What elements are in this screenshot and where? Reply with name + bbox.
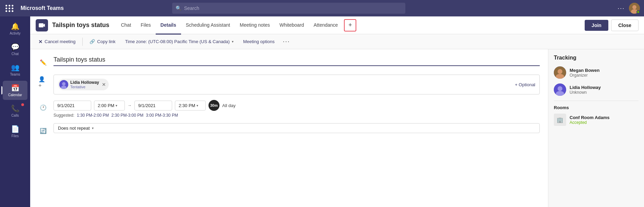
- add-optional-button[interactable]: + Optional: [515, 82, 535, 87]
- arrow-right-icon: →: [128, 103, 132, 108]
- attendee-tracking-avatar: [554, 83, 566, 96]
- tab-scheduling-assistant[interactable]: Scheduling Assistant: [181, 17, 235, 35]
- end-time-select[interactable]: 2:30 PM ▾: [175, 101, 206, 111]
- sidebar-item-calls[interactable]: 📞 Calls: [3, 101, 27, 120]
- cancel-meeting-button[interactable]: ✕ Cancel meeting: [36, 38, 78, 46]
- close-button[interactable]: Close: [611, 20, 639, 31]
- top-bar: Microsoft Teams 🔍 ···: [0, 0, 644, 16]
- link-icon: 🔗: [90, 39, 95, 44]
- calls-badge: [21, 103, 24, 106]
- start-date-value: 9/1/2021: [57, 103, 75, 108]
- organizer-name: Megan Bowen: [570, 68, 599, 73]
- timezone-label: Time zone: (UTC-08:00) Pacific Time (US …: [125, 39, 230, 44]
- sidebar-label-chat: Chat: [11, 52, 19, 56]
- calendar-icon: 📅: [11, 84, 20, 92]
- end-date-input[interactable]: 9/1/2021: [134, 101, 172, 111]
- app-grid-icon[interactable]: [4, 3, 15, 13]
- room-icon: 🏢: [554, 114, 566, 126]
- user-avatar-wrap[interactable]: [629, 3, 640, 14]
- search-bar[interactable]: 🔍: [172, 3, 405, 14]
- suggested-label: Suggested:: [53, 113, 74, 118]
- sidebar-label-files: Files: [11, 134, 19, 138]
- meeting-title: Tailspin toys status: [52, 22, 109, 29]
- sidebar-label-calls: Calls: [11, 114, 19, 117]
- room-name: Conf Room Adams: [570, 115, 610, 120]
- top-bar-right: ···: [618, 3, 640, 14]
- tab-bar: Tailspin toys status Chat Files Details …: [30, 16, 644, 34]
- tab-attendance[interactable]: Attendance: [309, 17, 343, 35]
- tab-meeting-notes[interactable]: Meeting notes: [235, 17, 275, 35]
- end-time-value: 2:30 PM: [179, 103, 195, 108]
- edit-icon: ✏️: [38, 55, 48, 69]
- suggested-times-row: Suggested: 1:30 PM-2:00 PM 2:30 PM-3:00 …: [53, 113, 540, 118]
- tab-whiteboard[interactable]: Whiteboard: [275, 17, 309, 35]
- sidebar-item-files[interactable]: 📄 Files: [3, 122, 27, 141]
- sidebar-label-teams: Teams: [10, 73, 20, 76]
- teams-icon: 👥: [11, 63, 20, 72]
- organizer-avatar: [554, 66, 566, 79]
- clock-icon: 🕐: [38, 101, 48, 114]
- suggested-time-3[interactable]: 3:00 PM-3:30 PM: [146, 113, 178, 118]
- tracking-panel: Tracking Megan Bowen Organizer: [548, 49, 644, 207]
- more-options-button[interactable]: ···: [618, 5, 625, 12]
- sidebar-item-activity[interactable]: 🔔 Activity: [3, 19, 27, 38]
- tab-chat[interactable]: Chat: [116, 17, 136, 35]
- recurrence-row: 🔄 Does not repeat ▾: [38, 123, 540, 138]
- recurrence-select[interactable]: Does not repeat ▾: [53, 123, 540, 133]
- recurrence-label: Does not repeat: [58, 126, 90, 131]
- sidebar-item-chat[interactable]: 💬 Chat: [3, 40, 27, 59]
- attendee-avatar: [59, 80, 68, 89]
- cancel-icon: ✕: [38, 39, 43, 44]
- chip-status: Tentative: [70, 85, 99, 89]
- attendee-tracking-role: Unknown: [570, 90, 601, 95]
- recurrence-content: Does not repeat ▾: [53, 123, 540, 133]
- datetime-inputs: 9/1/2021 2:00 PM ▾ → 9/1/2021 2:: [53, 100, 540, 111]
- content-area: Tailspin toys status Chat Files Details …: [30, 16, 644, 207]
- tracking-separator: [554, 101, 639, 101]
- calls-icon: 📞: [11, 104, 20, 113]
- sidebar-label-calendar: Calendar: [8, 93, 22, 97]
- datetime-content: 9/1/2021 2:00 PM ▾ → 9/1/2021 2:: [53, 100, 540, 118]
- chevron-down-icon: ▾: [92, 126, 94, 130]
- sidebar-item-teams[interactable]: 👥 Teams: [3, 60, 27, 79]
- end-date-value: 9/1/2021: [138, 103, 156, 108]
- user-status-badge: [636, 10, 640, 14]
- timezone-button[interactable]: Time zone: (UTC-08:00) Pacific Time (US …: [122, 38, 236, 46]
- more-actions-button[interactable]: ···: [283, 38, 290, 45]
- rooms-section-title: Rooms: [554, 105, 639, 110]
- add-tab-button[interactable]: +: [344, 19, 356, 31]
- cancel-meeting-label: Cancel meeting: [45, 39, 75, 44]
- attendees-icon: 👤+: [38, 75, 48, 89]
- svg-point-9: [558, 69, 562, 74]
- sidebar-item-calendar[interactable]: 📅 Calendar: [3, 81, 27, 100]
- sidebar: 🔔 Activity 💬 Chat 👥 Teams 📅 Calendar 📞 C…: [0, 16, 30, 207]
- tab-files[interactable]: Files: [136, 17, 156, 35]
- app-title: Microsoft Teams: [21, 5, 64, 11]
- suggested-time-1[interactable]: 1:30 PM-2:00 PM: [77, 113, 109, 118]
- start-time-select[interactable]: 2:00 PM ▾: [94, 101, 125, 111]
- attendee-tracking-info: Lidia Holloway Unknown: [570, 85, 601, 95]
- search-input[interactable]: [184, 5, 402, 11]
- start-date-input[interactable]: 9/1/2021: [53, 101, 91, 111]
- remove-attendee-button[interactable]: ✕: [102, 82, 106, 87]
- tab-details[interactable]: Details: [156, 17, 181, 35]
- tracking-title: Tracking: [554, 55, 639, 61]
- title-input[interactable]: [53, 55, 540, 66]
- main-layout: 🔔 Activity 💬 Chat 👥 Teams 📅 Calendar 📞 C…: [0, 16, 644, 207]
- chip-info: Lidia Holloway Tentative: [70, 80, 99, 89]
- room-status: Accepted: [570, 120, 610, 125]
- attendee-row: Lidia Holloway Tentative ✕ + Optional: [58, 77, 535, 92]
- attendees-row: 👤+: [38, 75, 540, 94]
- copy-link-button[interactable]: 🔗 Copy link: [87, 38, 118, 46]
- attendee-chip[interactable]: Lidia Holloway Tentative ✕: [58, 79, 109, 90]
- room-item: 🏢 Conf Room Adams Accepted: [554, 114, 639, 126]
- allday-label: All day: [222, 103, 236, 108]
- datetime-row: 🕐 9/1/2021 2:00 PM ▾ →: [38, 100, 540, 118]
- suggested-time-2[interactable]: 2:30 PM-3:00 PM: [111, 113, 143, 118]
- meeting-icon: [36, 19, 48, 31]
- room-info: Conf Room Adams Accepted: [570, 115, 610, 125]
- join-button[interactable]: Join: [585, 20, 608, 31]
- meeting-options-button[interactable]: Meeting options: [240, 38, 277, 46]
- chip-name: Lidia Holloway: [70, 80, 99, 85]
- action-bar: ✕ Cancel meeting 🔗 Copy link Time zone: …: [30, 34, 644, 49]
